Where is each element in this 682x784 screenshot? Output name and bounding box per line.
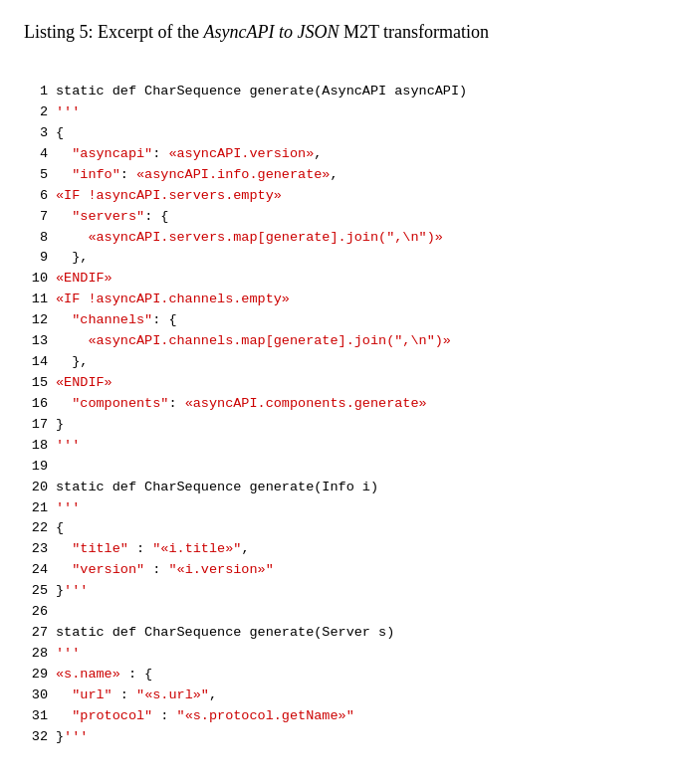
line-content: ''' — [56, 436, 658, 457]
code-segment: " — [346, 708, 354, 723]
line-content: }, — [56, 248, 658, 269]
line-number: 20 — [24, 478, 48, 498]
code-line: 13 «asyncAPI.channels.map[generate].join… — [24, 331, 658, 352]
line-number: 3 — [24, 123, 48, 144]
line-number: 19 — [24, 457, 48, 478]
code-segment: " — [266, 562, 274, 577]
code-line: 26 — [24, 602, 658, 623]
code-segment: : — [152, 146, 168, 161]
line-content: static def CharSequence generate(Server … — [56, 623, 658, 644]
code-line: 11«IF !asyncAPI.channels.empty» — [24, 290, 658, 310]
line-number: 1 — [24, 82, 48, 102]
code-segment: : { — [144, 209, 168, 224]
code-segment: «asyncAPI.version» — [168, 146, 314, 161]
line-content: }, — [56, 352, 658, 373]
code-segment: ''' — [64, 729, 88, 744]
code-segment: " — [168, 562, 176, 577]
code-segment: ''' — [56, 104, 80, 119]
line-content: "asyncapi": «asyncAPI.version», — [56, 144, 658, 165]
code-segment: «ENDIF» — [56, 271, 113, 286]
line-content: «s.name» : { — [56, 665, 658, 686]
code-segment: «IF !asyncAPI.servers.empty» — [56, 188, 282, 203]
code-segment: "info" — [72, 167, 120, 182]
code-segment: «asyncAPI.channels.map[generate].join(",… — [88, 333, 451, 348]
code-segment: : — [144, 562, 168, 577]
code-segment: ''' — [56, 500, 80, 515]
code-segment: "asyncapi" — [72, 146, 152, 161]
code-segment: "title" — [72, 541, 128, 556]
code-line: 9 }, — [24, 248, 658, 269]
code-segment: : — [113, 687, 136, 702]
code-segment: «IF !asyncAPI.channels.empty» — [56, 292, 290, 306]
code-line: 23 "title" : "«i.title»", — [24, 539, 658, 560]
code-line: 12 "channels": { — [24, 310, 658, 331]
code-line: 2''' — [24, 102, 658, 123]
code-segment: }, — [56, 250, 88, 265]
code-segment: : — [168, 396, 184, 411]
code-segment: static def CharSequence generate(Server … — [56, 625, 394, 640]
line-number: 18 — [24, 436, 48, 457]
code-line: 6«IF !asyncAPI.servers.empty» — [24, 186, 658, 207]
line-number: 27 — [24, 623, 48, 644]
code-segment: , — [209, 687, 217, 702]
code-line: 17} — [24, 415, 658, 436]
line-number: 17 — [24, 415, 48, 436]
code-segment — [56, 146, 72, 161]
code-line: 28''' — [24, 644, 658, 665]
code-segment: } — [56, 417, 64, 432]
line-number: 30 — [24, 686, 48, 706]
code-segment: , — [314, 146, 322, 161]
line-number: 6 — [24, 186, 48, 207]
line-content: "channels": { — [56, 310, 658, 331]
line-number: 10 — [24, 269, 48, 290]
code-line: 7 "servers": { — [24, 207, 658, 228]
line-content: "components": «asyncAPI.components.gener… — [56, 394, 658, 415]
line-content: { — [56, 123, 658, 144]
line-number: 25 — [24, 581, 48, 602]
line-content: } — [56, 415, 658, 436]
code-segment: "protocol" — [72, 708, 152, 723]
code-segment: " — [201, 687, 209, 702]
line-number: 28 — [24, 644, 48, 665]
code-segment: «i.title» — [160, 541, 233, 556]
code-segment: : — [120, 167, 136, 182]
code-line: 20static def CharSequence generate(Info … — [24, 478, 658, 498]
listing-title: Listing 5: Excerpt of the AsyncAPI to JS… — [24, 20, 658, 45]
title-italic: AsyncAPI to JSON — [203, 22, 339, 42]
code-segment — [56, 167, 72, 182]
line-number: 29 — [24, 665, 48, 686]
code-segment — [56, 333, 88, 348]
code-segment: } — [56, 583, 64, 598]
code-line: 30 "url" : "«s.url»", — [24, 686, 658, 706]
code-line: 32}''' — [24, 727, 658, 748]
code-segment: «asyncAPI.servers.map[generate].join(",\… — [88, 230, 442, 245]
code-line: 4 "asyncapi": «asyncAPI.version», — [24, 144, 658, 165]
code-line: 3{ — [24, 123, 658, 144]
code-block: 1static def CharSequence generate(AsyncA… — [24, 61, 658, 747]
code-line: 5 "info": «asyncAPI.info.generate», — [24, 165, 658, 186]
line-content: { — [56, 518, 658, 539]
line-content: «asyncAPI.channels.map[generate].join(",… — [56, 331, 658, 352]
code-segment: «asyncAPI.components.generate» — [185, 396, 427, 411]
line-content: }''' — [56, 727, 658, 748]
code-segment — [56, 209, 72, 224]
code-segment: "servers" — [72, 209, 144, 224]
line-number: 9 — [24, 248, 48, 269]
code-line: 21''' — [24, 498, 658, 519]
line-number: 26 — [24, 602, 48, 623]
code-segment: " — [136, 687, 144, 702]
line-content: static def CharSequence generate(Info i) — [56, 478, 658, 498]
line-content: «ENDIF» — [56, 269, 658, 290]
code-segment — [56, 687, 72, 702]
code-segment: : — [152, 708, 176, 723]
line-number: 14 — [24, 352, 48, 373]
code-line: 24 "version" : "«i.version»" — [24, 560, 658, 581]
code-segment: ''' — [56, 438, 80, 453]
line-number: 16 — [24, 394, 48, 415]
code-segment — [56, 562, 72, 577]
line-number: 24 — [24, 560, 48, 581]
code-segment: ''' — [64, 583, 88, 598]
line-content: "info": «asyncAPI.info.generate», — [56, 165, 658, 186]
code-line: 27static def CharSequence generate(Serve… — [24, 623, 658, 644]
line-content: ''' — [56, 102, 658, 123]
